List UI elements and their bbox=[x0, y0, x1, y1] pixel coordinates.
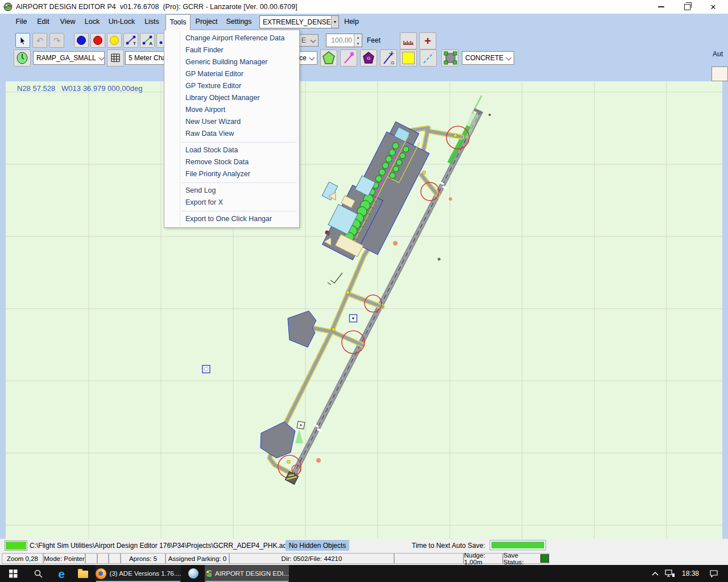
menu-item-send-log[interactable]: Send Log bbox=[164, 185, 299, 197]
cyan-dashed-line-icon bbox=[420, 50, 436, 66]
pointer-tool-button[interactable] bbox=[15, 33, 30, 48]
map-area[interactable]: N28 57.528 W013 36.979 000,00deg bbox=[6, 81, 722, 539]
dropdown-arrow-icon[interactable]: ▼ bbox=[331, 16, 338, 28]
restore-icon bbox=[684, 4, 690, 10]
menu-item-gp-material-editor[interactable]: GP Material Editor bbox=[164, 68, 299, 80]
menu-item-generic-building-manager[interactable]: Generic Building Manager bbox=[164, 56, 299, 68]
menu-item-new-user-wizard[interactable]: New User Wizard bbox=[164, 116, 299, 128]
status-bar-top: C:\Flight Sim Utilities\Airport Design E… bbox=[0, 539, 728, 552]
redo-button[interactable]: ↷ bbox=[49, 33, 64, 48]
action-center-button[interactable] bbox=[704, 565, 723, 582]
taskbar-app-button[interactable] bbox=[183, 565, 204, 582]
restore-button[interactable] bbox=[676, 0, 698, 14]
menu-item-load-stock-data[interactable]: Load Stock Data bbox=[164, 144, 299, 156]
menu-item-change-airport-reference-data[interactable]: Change Airport Reference Data bbox=[164, 32, 299, 44]
menu-project[interactable]: Project bbox=[192, 14, 221, 30]
status-bar-bottom: Zoom 0,28 Mode: Pointer Aprons: 5 Assign… bbox=[0, 552, 728, 565]
undo-icon: ↶ bbox=[36, 36, 44, 45]
polygon-tool-button[interactable] bbox=[320, 49, 337, 66]
clipped-combo-text: ce bbox=[299, 54, 307, 62]
menu-item-export-to-one-click-hangar[interactable]: Export to One Click Hangar bbox=[164, 213, 299, 225]
taskbar-edge-button[interactable]: e bbox=[50, 565, 73, 582]
distance-spinner[interactable]: 100,00 ▲ ▼ bbox=[326, 34, 362, 47]
yellow-surface-button[interactable] bbox=[400, 49, 417, 66]
map-grid bbox=[6, 81, 722, 539]
gp-line-tool-button[interactable]: G bbox=[380, 49, 397, 66]
minimize-icon bbox=[658, 6, 664, 7]
autosave-progress bbox=[490, 540, 546, 550]
crosshair-add-button[interactable]: + bbox=[419, 32, 436, 49]
t-tag: T bbox=[133, 41, 136, 46]
tray-network-button[interactable] bbox=[662, 565, 678, 582]
menu-file[interactable]: File bbox=[11, 14, 32, 30]
menu-unlock[interactable]: Un-Lock bbox=[105, 14, 138, 30]
menu-item-file-priority-analyzer[interactable]: File Priority Analyzer bbox=[164, 168, 299, 180]
menu-edit[interactable]: Edit bbox=[33, 14, 53, 30]
mode-cell: Mode: Pointer bbox=[43, 553, 85, 564]
minimize-button[interactable] bbox=[650, 0, 672, 14]
apron-link-tool-button[interactable]: A bbox=[140, 33, 155, 48]
menu-separator bbox=[164, 140, 299, 144]
status-indicator bbox=[5, 541, 27, 551]
red-node-tool-button[interactable] bbox=[90, 33, 105, 48]
blue-node-tool-button[interactable] bbox=[74, 33, 89, 48]
windows-logo-icon bbox=[9, 569, 18, 578]
menu-item-gp-texture-editor[interactable]: GP Texture Editor bbox=[164, 80, 299, 92]
taskbar-ade-window[interactable]: AIRPORT DESIGN EDI... bbox=[205, 565, 289, 582]
tray-expand-button[interactable] bbox=[648, 565, 662, 582]
map-canvas[interactable] bbox=[6, 81, 722, 539]
undo-button[interactable]: ↶ bbox=[32, 33, 47, 48]
clipped-combobox-row1[interactable]: E bbox=[298, 34, 318, 47]
spin-up-icon[interactable]: ▲ bbox=[354, 34, 362, 40]
menu-help[interactable]: Help bbox=[340, 14, 363, 30]
notification-icon bbox=[709, 569, 718, 578]
save-status-cell: Save Status: bbox=[503, 553, 549, 564]
vertex-rectangle-icon bbox=[442, 49, 458, 66]
gp-polygon-tool-button[interactable]: G bbox=[360, 49, 377, 66]
spinner-arrows[interactable]: ▲ ▼ bbox=[354, 34, 362, 47]
yellow-node-tool-button[interactable] bbox=[107, 33, 122, 48]
firefox-icon bbox=[96, 568, 106, 579]
start-button[interactable] bbox=[0, 565, 26, 582]
measure-tool-button[interactable] bbox=[400, 32, 417, 49]
dashed-line-tool-button[interactable] bbox=[420, 49, 437, 66]
hidden-objects-chip[interactable]: No Hidden Objects bbox=[286, 540, 349, 551]
taskbar-firefox-window[interactable]: (3) ADE Versions 1.76.... bbox=[96, 565, 181, 582]
surface-value: CONCRETE bbox=[465, 54, 503, 62]
ruler-icon bbox=[402, 36, 415, 45]
taskbar-search-button[interactable] bbox=[26, 565, 50, 582]
menu-item-library-object-manager[interactable]: Library Object Manager bbox=[164, 92, 299, 104]
plus-icon: + bbox=[424, 35, 431, 47]
menu-item-export-for-x[interactable]: Export for X bbox=[164, 197, 299, 209]
taskbar: e (3) ADE Versions 1.76.... AIRPORT DESI… bbox=[0, 565, 728, 582]
spin-down-icon[interactable]: ▼ bbox=[354, 40, 362, 47]
clock-tool-button[interactable] bbox=[14, 49, 31, 66]
surface-combobox[interactable]: CONCRETE bbox=[462, 51, 514, 65]
menu-item-fault-finder[interactable]: Fault Finder bbox=[164, 44, 299, 56]
menu-view[interactable]: View bbox=[56, 14, 79, 30]
menu-lists[interactable]: Lists bbox=[140, 14, 163, 30]
autosave-label: Time to Next Auto Save: bbox=[375, 542, 485, 550]
grid-toggle-button[interactable] bbox=[107, 49, 124, 66]
dir-file-cell: Dir: 0502/File: 44210 bbox=[229, 553, 394, 564]
menu-item-move-airport[interactable]: Move Airport bbox=[164, 104, 299, 116]
density-combobox[interactable]: EXTREMELY_DENSE ▼ bbox=[259, 15, 339, 28]
tray-clock[interactable]: 18:38 bbox=[678, 565, 703, 582]
menu-tools[interactable]: Tools bbox=[166, 14, 191, 30]
clipped-combo-text: E bbox=[301, 36, 306, 44]
ramp-type-combobox[interactable]: RAMP_GA_SMALL bbox=[33, 51, 105, 65]
menu-lock[interactable]: Lock bbox=[80, 14, 104, 30]
close-icon: ✕ bbox=[710, 3, 717, 11]
taxiway-link-tool-button[interactable]: T bbox=[123, 33, 138, 48]
clock-icon bbox=[16, 52, 28, 64]
close-button[interactable]: ✕ bbox=[702, 0, 725, 14]
green-polygon-icon bbox=[321, 50, 337, 66]
menu-item-raw-data-view[interactable]: Raw Data View bbox=[164, 128, 299, 140]
menu-settings[interactable]: Settings bbox=[223, 14, 255, 30]
ramp-type-value: RAMP_GA_SMALL bbox=[36, 54, 96, 62]
selection-rectangle-button[interactable] bbox=[441, 49, 458, 66]
chevron-down-icon bbox=[506, 55, 512, 60]
taskbar-explorer-button[interactable] bbox=[73, 565, 93, 582]
magenta-vector-tool-button[interactable] bbox=[340, 49, 357, 66]
menu-item-remove-stock-data[interactable]: Remove Stock Data bbox=[164, 156, 299, 168]
